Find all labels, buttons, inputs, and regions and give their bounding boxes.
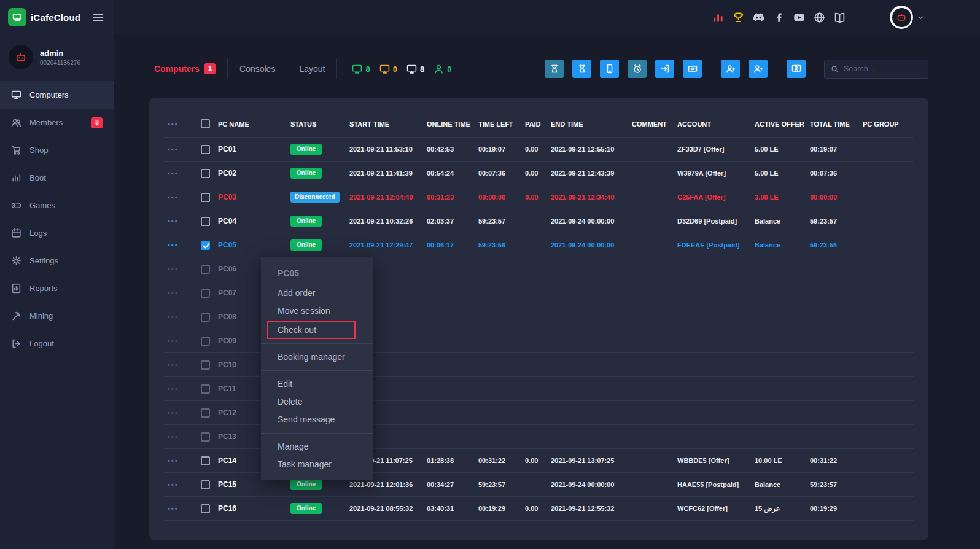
row-actions-icon[interactable]: ••• [168, 385, 179, 392]
tab-computers[interactable]: Computers 1 [149, 58, 227, 79]
discord-icon[interactable] [753, 12, 764, 23]
row-actions-icon[interactable]: ••• [168, 433, 179, 440]
logo-text: iCafeCloud [31, 12, 80, 23]
select-all-checkbox[interactable] [201, 119, 210, 128]
sidebar-item-computers[interactable]: Computers [0, 81, 114, 109]
total-time [806, 401, 859, 425]
stats-icon[interactable] [712, 12, 724, 23]
profile[interactable]: admin 002041136276 [0, 34, 114, 76]
row-checkbox[interactable] [201, 217, 210, 226]
row-checkbox[interactable] [201, 265, 210, 274]
row-checkbox[interactable] [201, 169, 210, 178]
checkout-button[interactable] [655, 60, 674, 78]
menu-item-add-order[interactable]: Add order [261, 284, 373, 302]
hourglass-dark-button[interactable] [545, 60, 564, 78]
time-left [475, 401, 521, 425]
facebook-icon[interactable] [773, 12, 785, 23]
row-actions-icon[interactable]: ••• [168, 481, 179, 488]
pc-name: PC03 [218, 193, 236, 201]
menu-toggle-icon[interactable] [92, 11, 104, 23]
menu-divider [261, 370, 373, 371]
gear-icon [11, 255, 21, 266]
row-actions-icon[interactable]: ••• [168, 169, 179, 177]
row-actions-icon[interactable]: ••• [168, 265, 179, 273]
row-actions-icon[interactable]: ••• [168, 313, 179, 321]
cash-button[interactable] [683, 60, 702, 78]
youtube-icon[interactable] [793, 12, 805, 23]
menu-item-manage[interactable]: Manage [261, 438, 373, 456]
icafecloud-logo[interactable]: iCafeCloud [8, 8, 80, 26]
row-actions-icon[interactable]: ••• [168, 217, 179, 225]
row-actions-icon[interactable]: ••• [168, 505, 179, 512]
sidebar-item-games[interactable]: Games [0, 192, 114, 219]
row-checkbox[interactable] [201, 456, 210, 465]
trophy-icon[interactable] [733, 12, 744, 23]
time-left: 00:07:36 [475, 162, 521, 185]
menu-item-move-session[interactable]: Move session [261, 302, 373, 320]
menu-item-check-out[interactable]: Check out [267, 321, 356, 339]
row-checkbox[interactable] [201, 504, 210, 513]
table-row[interactable]: ••• PC01 Online 2021-09-21 11:53:10 00:4… [164, 138, 914, 162]
table-row[interactable]: ••• PC03 Disconnected 2021-09-21 12:04:4… [164, 185, 914, 209]
row-checkbox[interactable] [201, 193, 210, 202]
sidebar-item-label: Settings [29, 256, 58, 265]
sidebar-item-settings[interactable]: Settings [0, 247, 114, 274]
book-icon[interactable] [834, 12, 846, 23]
sidebar-item-shop[interactable]: Shop [0, 136, 114, 164]
screens-button[interactable] [787, 60, 806, 78]
paid-amount [521, 257, 547, 281]
row-checkbox[interactable] [201, 360, 210, 370]
alarm-button[interactable] [628, 60, 647, 78]
column-header: TOTAL TIME [806, 111, 859, 138]
user-menu[interactable] [890, 6, 925, 29]
sidebar-item-reports[interactable]: Reports [0, 274, 114, 302]
active-offer [751, 329, 806, 353]
tab-consoles[interactable]: Consoles [227, 58, 287, 79]
row-checkbox[interactable] [201, 241, 210, 250]
row-actions-icon[interactable]: ••• [168, 409, 179, 416]
add-guest-button[interactable] [749, 60, 768, 78]
table-row[interactable]: ••• PC02 Online 2021-09-21 11:41:39 00:5… [164, 162, 914, 185]
end-time: 2021-09-21 12:34:40 [547, 185, 628, 209]
row-actions-icon[interactable]: ••• [168, 146, 179, 153]
search-input[interactable] [844, 64, 922, 73]
total-time [806, 305, 859, 329]
sidebar-item-boot[interactable]: Boot [0, 164, 114, 192]
search-box[interactable] [824, 60, 928, 79]
menu-item-task-manager[interactable]: Task manager [261, 456, 373, 473]
table-row[interactable]: ••• PC16 Online 2021-09-21 08:55:32 03:4… [164, 497, 914, 521]
row-actions-icon[interactable]: ••• [168, 361, 179, 368]
sidebar-item-members[interactable]: Members 8 [0, 109, 114, 136]
row-checkbox[interactable] [201, 289, 210, 298]
sidebar-item-mining[interactable]: Mining [0, 302, 114, 330]
menu-item-delete[interactable]: Delete [261, 393, 373, 411]
menu-item-send-message[interactable]: Send message [261, 411, 373, 429]
row-actions-icon[interactable]: ••• [168, 337, 179, 345]
hourglass-button[interactable] [572, 60, 591, 78]
row-checkbox[interactable] [201, 384, 210, 394]
row-actions-icon[interactable]: ••• [168, 457, 179, 464]
row-checkbox[interactable] [201, 145, 210, 154]
table-row[interactable]: ••• PC04 Online 2021-09-21 10:32:26 02:0… [164, 209, 914, 233]
pc-name: PC08 [218, 313, 236, 321]
table-row[interactable]: ••• PC05 Online 2021-09-21 12:29:47 00:0… [164, 233, 914, 257]
row-actions-icon[interactable]: ••• [168, 289, 179, 297]
row-actions-icon[interactable]: ••• [168, 193, 179, 201]
add-member-button[interactable] [721, 60, 740, 78]
menu-item-booking-manager[interactable]: Booking manager [261, 348, 373, 366]
row-checkbox[interactable] [201, 408, 210, 418]
row-checkbox[interactable] [201, 432, 210, 442]
sidebar-item-logs[interactable]: Logs [0, 219, 114, 247]
row-checkbox[interactable] [201, 337, 210, 346]
bulk-actions-icon[interactable]: ••• [168, 120, 179, 128]
mobile-button[interactable] [600, 60, 619, 78]
tab-layout[interactable]: Layout [287, 58, 336, 79]
menu-item-edit[interactable]: Edit [261, 375, 373, 393]
time-left: 00:00:00 [475, 185, 521, 209]
globe-icon[interactable] [814, 12, 825, 23]
account: D32D69 [Postpaid] [674, 209, 751, 233]
row-checkbox[interactable] [201, 313, 210, 322]
sidebar-item-logout[interactable]: Logout [0, 330, 114, 357]
row-actions-icon[interactable]: ••• [168, 241, 179, 249]
row-checkbox[interactable] [201, 480, 210, 489]
